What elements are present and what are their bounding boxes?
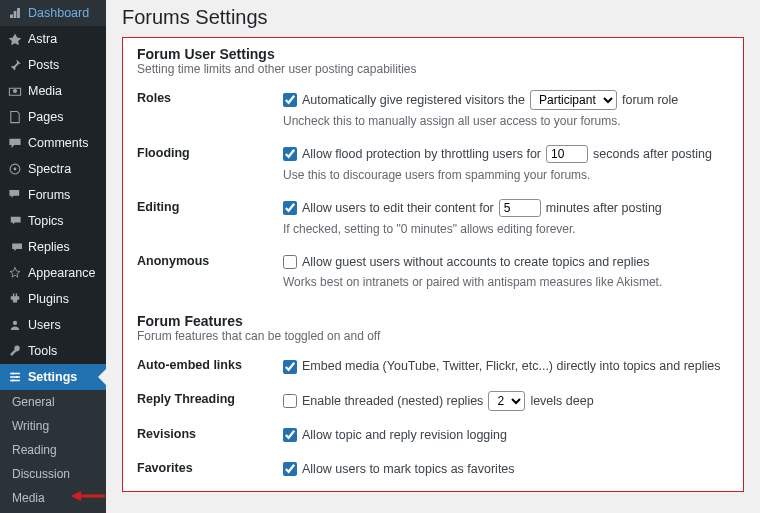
submenu-reading[interactable]: Reading bbox=[0, 438, 106, 462]
settings-submenu: General Writing Reading Discussion Media… bbox=[0, 390, 106, 513]
content-area: Forums Settings Forum User Settings Sett… bbox=[106, 0, 760, 513]
sidebar-item-topics[interactable]: Topics bbox=[0, 208, 106, 234]
page-title: Forums Settings bbox=[122, 6, 744, 29]
astra-icon bbox=[8, 32, 22, 46]
anonymous-checkbox[interactable] bbox=[283, 255, 297, 269]
sidebar-item-label: Pages bbox=[28, 110, 63, 124]
roles-text-pre: Automatically give registered visitors t… bbox=[302, 91, 525, 110]
autoembed-checkbox[interactable] bbox=[283, 360, 297, 374]
media-icon bbox=[8, 84, 22, 98]
svg-point-4 bbox=[12, 372, 14, 374]
revisions-checkbox[interactable] bbox=[283, 428, 297, 442]
settings-icon bbox=[8, 370, 22, 384]
svg-point-3 bbox=[13, 321, 17, 325]
submenu-general[interactable]: General bbox=[0, 390, 106, 414]
editing-minutes-input[interactable] bbox=[499, 199, 541, 217]
autoembed-row: Auto-embed links Embed media (YouTube, T… bbox=[137, 357, 729, 376]
sidebar-item-label: Users bbox=[28, 318, 61, 332]
submenu-writing[interactable]: Writing bbox=[0, 414, 106, 438]
sidebar-item-label: Astra bbox=[28, 32, 57, 46]
editing-checkbox[interactable] bbox=[283, 201, 297, 215]
submenu-discussion[interactable]: Discussion bbox=[0, 462, 106, 486]
flooding-text-pre: Allow flood protection by throttling use… bbox=[302, 145, 541, 164]
user-settings-heading: Forum User Settings bbox=[137, 46, 729, 62]
editing-label: Editing bbox=[137, 199, 283, 214]
anonymous-help: Works best on intranets or paired with a… bbox=[283, 273, 729, 291]
revisions-label: Revisions bbox=[137, 426, 283, 441]
sidebar-item-label: Comments bbox=[28, 136, 88, 150]
pin-icon bbox=[8, 58, 22, 72]
sidebar-item-label: Spectra bbox=[28, 162, 71, 176]
anonymous-row: Anonymous Allow guest users without acco… bbox=[137, 253, 729, 292]
svg-point-6 bbox=[12, 379, 14, 381]
flooding-text-post: seconds after posting bbox=[593, 145, 712, 164]
threading-row: Reply Threading Enable threaded (nested)… bbox=[137, 391, 729, 411]
favorites-checkbox[interactable] bbox=[283, 462, 297, 476]
replies-icon bbox=[8, 240, 22, 254]
sidebar-item-label: Forums bbox=[28, 188, 70, 202]
page-icon bbox=[8, 110, 22, 124]
sidebar-item-astra[interactable]: Astra bbox=[0, 26, 106, 52]
sidebar-item-dashboard[interactable]: Dashboard bbox=[0, 0, 106, 26]
autoembed-label: Auto-embed links bbox=[137, 357, 283, 372]
submenu-media[interactable]: Media bbox=[0, 486, 106, 510]
plugin-icon bbox=[8, 292, 22, 306]
sidebar-item-label: Posts bbox=[28, 58, 59, 72]
sidebar-item-media[interactable]: Media bbox=[0, 78, 106, 104]
threading-levels-select[interactable]: 2 bbox=[488, 391, 525, 411]
revisions-text: Allow topic and reply revision logging bbox=[302, 426, 507, 445]
sidebar-item-comments[interactable]: Comments bbox=[0, 130, 106, 156]
sidebar-item-posts[interactable]: Posts bbox=[0, 52, 106, 78]
roles-label: Roles bbox=[137, 90, 283, 105]
sidebar-item-tools[interactable]: Tools bbox=[0, 338, 106, 364]
editing-text-pre: Allow users to edit their content for bbox=[302, 199, 494, 218]
sidebar-item-forums[interactable]: Forums bbox=[0, 182, 106, 208]
roles-text-post: forum role bbox=[622, 91, 678, 110]
svg-point-2 bbox=[14, 168, 17, 171]
roles-row: Roles Automatically give registered visi… bbox=[137, 90, 729, 130]
flooding-help: Use this to discourage users from spammi… bbox=[283, 166, 729, 184]
user-icon bbox=[8, 318, 22, 332]
flooding-seconds-input[interactable] bbox=[546, 145, 588, 163]
roles-help: Uncheck this to manually assign all user… bbox=[283, 112, 729, 130]
threading-checkbox[interactable] bbox=[283, 394, 297, 408]
admin-sidebar: Dashboard Astra Posts Media Pages Commen… bbox=[0, 0, 106, 513]
sidebar-item-spectra[interactable]: Spectra bbox=[0, 156, 106, 182]
topics-icon bbox=[8, 214, 22, 228]
sidebar-item-users[interactable]: Users bbox=[0, 312, 106, 338]
dashboard-icon bbox=[8, 6, 22, 20]
flooding-checkbox[interactable] bbox=[283, 147, 297, 161]
autoembed-text: Embed media (YouTube, Twitter, Flickr, e… bbox=[302, 357, 720, 376]
features-desc: Forum features that can be toggled on an… bbox=[137, 329, 729, 343]
anonymous-text: Allow guest users without accounts to cr… bbox=[302, 253, 649, 272]
threading-text-pre: Enable threaded (nested) replies bbox=[302, 392, 483, 411]
spectra-icon bbox=[8, 162, 22, 176]
comment-icon bbox=[8, 136, 22, 150]
sidebar-item-settings[interactable]: Settings bbox=[0, 364, 106, 390]
favorites-label: Favorites bbox=[137, 460, 283, 475]
features-heading: Forum Features bbox=[137, 313, 729, 329]
flooding-row: Flooding Allow flood protection by throt… bbox=[137, 145, 729, 184]
sidebar-item-label: Appearance bbox=[28, 266, 95, 280]
revisions-row: Revisions Allow topic and reply revision… bbox=[137, 426, 729, 445]
forums-icon bbox=[8, 188, 22, 202]
sidebar-item-plugins[interactable]: Plugins bbox=[0, 286, 106, 312]
sidebar-item-pages[interactable]: Pages bbox=[0, 104, 106, 130]
svg-point-5 bbox=[16, 376, 18, 378]
svg-point-0 bbox=[13, 89, 17, 93]
roles-checkbox[interactable] bbox=[283, 93, 297, 107]
sidebar-item-appearance[interactable]: Appearance bbox=[0, 260, 106, 286]
sidebar-item-replies[interactable]: Replies bbox=[0, 234, 106, 260]
sidebar-item-label: Settings bbox=[28, 370, 77, 384]
favorites-text: Allow users to mark topics as favorites bbox=[302, 460, 515, 479]
threading-text-post: levels deep bbox=[530, 392, 593, 411]
sidebar-item-label: Plugins bbox=[28, 292, 69, 306]
sidebar-item-label: Tools bbox=[28, 344, 57, 358]
sidebar-item-label: Replies bbox=[28, 240, 70, 254]
appearance-icon bbox=[8, 266, 22, 280]
sidebar-item-label: Topics bbox=[28, 214, 63, 228]
editing-text-post: minutes after posting bbox=[546, 199, 662, 218]
editing-help: If checked, setting to "0 minutes" allow… bbox=[283, 220, 729, 238]
roles-select[interactable]: Participant bbox=[530, 90, 617, 110]
favorites-row: Favorites Allow users to mark topics as … bbox=[137, 460, 729, 479]
